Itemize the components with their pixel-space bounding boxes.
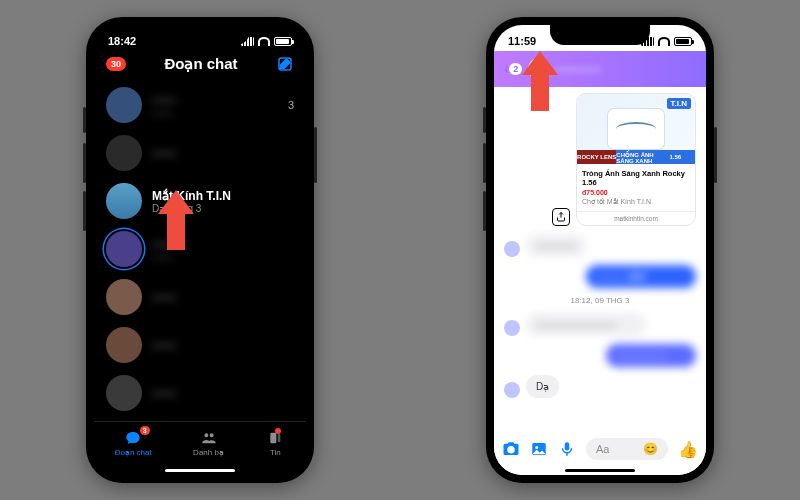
- product-price: đ75.000: [582, 189, 690, 196]
- screen-chat-list: 18:42 30 Đoạn chat ————3——Mắt Kính T.I.N…: [94, 25, 306, 475]
- avatar[interactable]: [106, 183, 142, 219]
- home-indicator[interactable]: [565, 469, 635, 472]
- product-brand-badge: T.I.N: [667, 98, 691, 109]
- chat-row[interactable]: Mắt Kính T.I.NDạ· 9 thg 3: [104, 177, 296, 225]
- avatar[interactable]: [106, 135, 142, 171]
- phone-left: 18:42 30 Đoạn chat ————3——Mắt Kính T.I.N…: [86, 17, 314, 483]
- chat-row[interactable]: ——: [104, 129, 296, 177]
- message-row: Dạ: [504, 375, 696, 398]
- lens-brand-label: ROCKY LENS: [577, 150, 616, 164]
- chat-row[interactable]: ————: [104, 225, 296, 273]
- chat-name: ——: [152, 290, 294, 304]
- peer-avatar-small: [504, 241, 520, 257]
- gallery-icon[interactable]: [530, 440, 548, 458]
- screen-conversation: 11:59 ‹ 2 ———— T.I.N: [494, 25, 706, 475]
- product-shop: Chợ tốt Mắt Kính T.I.N: [582, 198, 690, 206]
- product-card[interactable]: T.I.N ROCKY LENS CHỐNG ÁNH SÁNG XANH 1.5…: [576, 93, 696, 226]
- chat-subtitle: ——: [152, 251, 294, 262]
- input-placeholder: Aa: [596, 443, 609, 455]
- chat-name: ——: [152, 146, 294, 160]
- chat-name: ——: [152, 386, 294, 400]
- notch: [150, 25, 250, 45]
- battery-icon: [274, 37, 292, 46]
- phone-right: 11:59 ‹ 2 ———— T.I.N: [486, 17, 714, 483]
- product-url: matkinhtin.com: [577, 211, 695, 225]
- wifi-icon: [258, 37, 270, 46]
- svg-rect-2: [278, 434, 281, 442]
- chat-name: ——: [152, 93, 274, 107]
- lens-index-label: 1.56: [656, 150, 695, 164]
- peer-avatar-small: [504, 320, 520, 336]
- tab-label: Danh bạ: [193, 448, 224, 457]
- chat-subtitle: Dạ· 9 thg 3: [152, 203, 294, 214]
- tab-bar: 3 Đoạn chat Danh bạ Tin: [94, 421, 306, 475]
- message-received[interactable]: Dạ: [526, 375, 559, 398]
- people-icon: [199, 430, 219, 446]
- product-image: [608, 109, 664, 149]
- message-row: ————: [504, 234, 696, 257]
- tab-label: Đoạn chat: [115, 448, 152, 457]
- back-count-badge: 2: [509, 63, 522, 75]
- unread-global-badge[interactable]: 30: [106, 57, 126, 71]
- chat-name: ——: [152, 237, 294, 251]
- chat-name: ——: [152, 338, 294, 352]
- conversation-header: ‹ 2 ————: [494, 51, 706, 87]
- wifi-icon: [658, 37, 670, 46]
- avatar[interactable]: [106, 327, 142, 363]
- unread-indicator: 3: [288, 99, 294, 111]
- peer-avatar-small: [504, 382, 520, 398]
- message-received[interactable]: ————: [526, 234, 586, 257]
- message-list[interactable]: T.I.N ROCKY LENS CHỐNG ÁNH SÁNG XANH 1.5…: [494, 87, 706, 435]
- tab-chats-badge: 3: [140, 426, 150, 435]
- page-title: Đoạn chat: [164, 55, 237, 73]
- avatar[interactable]: [106, 231, 142, 267]
- message-received[interactable]: ————————: [526, 313, 646, 336]
- chat-row[interactable]: ————3: [104, 81, 296, 129]
- status-time: 18:42: [108, 35, 136, 47]
- peer-avatar[interactable]: [528, 58, 550, 80]
- chat-row[interactable]: ——: [104, 321, 296, 369]
- message-row: —————: [504, 344, 696, 367]
- chat-list-header: 30 Đoạn chat: [94, 51, 306, 81]
- chat-name: Mắt Kính T.I.N: [152, 189, 294, 203]
- home-indicator[interactable]: [165, 469, 235, 472]
- compose-icon[interactable]: [276, 55, 294, 73]
- avatar[interactable]: [106, 279, 142, 315]
- svg-rect-1: [271, 433, 277, 444]
- svg-rect-5: [565, 442, 570, 450]
- message-sent[interactable]: ——— ảnh: [586, 265, 696, 288]
- thumbs-up-icon[interactable]: 👍: [678, 440, 698, 459]
- tab-stories[interactable]: Tin: [265, 430, 285, 457]
- notch: [550, 25, 650, 45]
- battery-icon: [674, 37, 692, 46]
- svg-point-4: [535, 446, 538, 449]
- message-input[interactable]: Aa 😊: [586, 438, 668, 460]
- message-sent[interactable]: —————: [606, 344, 696, 367]
- chat-row[interactable]: ——: [104, 273, 296, 321]
- chat-list[interactable]: ————3——Mắt Kính T.I.NDạ· 9 thg 3————————…: [94, 81, 306, 465]
- lens-feature-label: CHỐNG ÁNH SÁNG XANH: [616, 150, 655, 164]
- mic-icon[interactable]: [558, 440, 576, 458]
- tab-chats[interactable]: 3 Đoạn chat: [115, 430, 152, 457]
- product-title: Tròng Ánh Sáng Xanh Rocky 1.56: [582, 169, 690, 187]
- peer-name: ————: [556, 63, 600, 75]
- message-row: ——— ảnh: [504, 265, 696, 288]
- timestamp-divider: 18:12, 09 THG 3: [504, 296, 696, 305]
- share-icon[interactable]: [552, 208, 570, 226]
- message-row: ————————: [504, 313, 696, 336]
- tab-label: Tin: [270, 448, 281, 457]
- chat-row[interactable]: ——: [104, 369, 296, 417]
- avatar[interactable]: [106, 375, 142, 411]
- emoji-icon[interactable]: 😊: [643, 442, 658, 456]
- status-time: 11:59: [508, 35, 536, 47]
- back-button[interactable]: ‹ 2: [504, 60, 522, 78]
- avatar[interactable]: [106, 87, 142, 123]
- camera-icon[interactable]: [502, 440, 520, 458]
- tab-contacts[interactable]: Danh bạ: [193, 430, 224, 457]
- chat-subtitle: ——: [152, 107, 274, 118]
